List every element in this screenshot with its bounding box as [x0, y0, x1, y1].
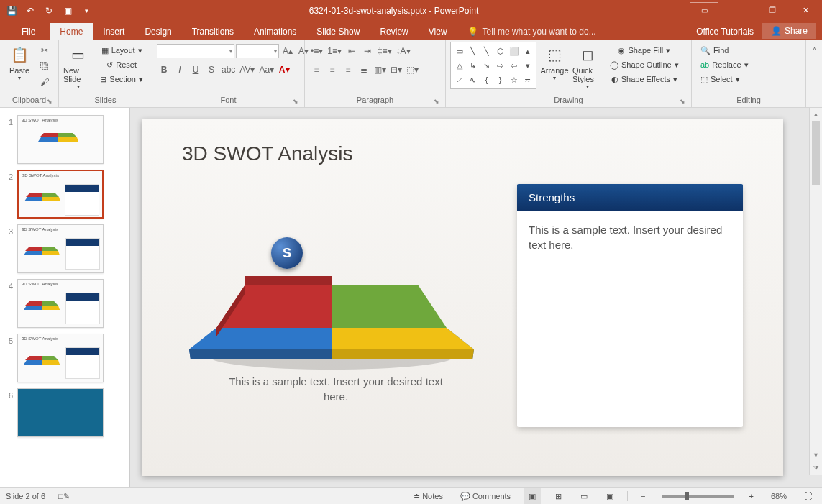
tab-review[interactable]: Review [370, 23, 418, 40]
fit-to-window-icon[interactable]: ⛶ [800, 488, 816, 504]
shape-icon[interactable]: ↘ [480, 58, 493, 73]
slide-canvas[interactable]: 3D SWOT Analysis [142, 119, 783, 476]
shape-icon[interactable]: ≂ [521, 73, 534, 87]
slide-thumbnail[interactable] [17, 388, 104, 437]
font-color-button[interactable]: A▾ [277, 63, 291, 77]
increase-font-button[interactable]: A▴ [280, 44, 295, 58]
collapse-ribbon-icon[interactable]: ˄ [807, 43, 821, 58]
font-launcher-icon[interactable]: ⬊ [291, 98, 300, 106]
shape-icon[interactable]: ⟋ [452, 73, 466, 87]
tab-animations[interactable]: Animations [244, 23, 306, 40]
next-slide-icon[interactable]: ⧩ [810, 462, 822, 475]
tab-transitions[interactable]: Transitions [182, 23, 244, 40]
shadow-button[interactable]: S [204, 63, 219, 77]
align-right-button[interactable]: ≡ [341, 63, 355, 77]
paste-button[interactable]: 📋 Paste ▾ [4, 42, 35, 81]
columns-button[interactable]: ▥▾ [373, 63, 388, 77]
tab-slideshow[interactable]: Slide Show [306, 23, 370, 40]
shape-icon[interactable]: △ [452, 58, 466, 73]
align-text-button[interactable]: ⊟▾ [389, 63, 403, 77]
strikethrough-button[interactable]: abc [220, 63, 237, 77]
quick-styles-button[interactable]: ◻ Quick Styles▾ [572, 42, 603, 90]
tab-view[interactable]: View [419, 23, 457, 40]
zoom-in-button[interactable]: + [745, 488, 758, 504]
strength-pin[interactable]: S [271, 237, 303, 269]
shape-icon[interactable]: ⬡ [493, 44, 507, 58]
clipboard-launcher-icon[interactable]: ⬊ [45, 98, 54, 106]
save-icon[interactable]: 💾 [3, 2, 20, 19]
scroll-up-icon[interactable]: ▲ [810, 108, 822, 121]
slide-thumbnail[interactable]: 3D SWOT Analysis [17, 170, 104, 219]
swot-platform[interactable] [188, 242, 475, 385]
slide-indicator[interactable]: Slide 2 of 6 [6, 492, 45, 500]
shape-icon[interactable]: ╲ [480, 44, 493, 58]
slide-title[interactable]: 3D SWOT Analysis [182, 142, 353, 165]
shape-icon[interactable]: ▾ [521, 58, 534, 73]
shape-effects-button[interactable]: ◐Shape Effects ▾ [606, 72, 683, 86]
zoom-out-button[interactable]: − [636, 488, 649, 504]
underline-button[interactable]: U [188, 63, 203, 77]
ribbon-display-options-icon[interactable]: ▭ [690, 2, 718, 19]
decrease-indent-button[interactable]: ⇤ [344, 44, 359, 58]
shape-icon[interactable]: ╲ [466, 44, 480, 58]
arrange-button[interactable]: ⬚ Arrange▾ [539, 42, 570, 81]
shape-icon[interactable]: ⇦ [507, 58, 521, 73]
panel-body[interactable]: This is a sample text. Insert your desir… [517, 211, 743, 264]
reset-button[interactable]: ↺Reset [96, 58, 147, 72]
tab-file[interactable]: File [14, 23, 50, 40]
minimize-button[interactable]: — [723, 0, 756, 21]
tab-design[interactable]: Design [134, 23, 181, 40]
format-painter-button[interactable]: 🖌 [37, 75, 52, 89]
shape-icon[interactable]: ↳ [466, 58, 480, 73]
tab-insert[interactable]: Insert [93, 23, 134, 40]
zoom-slider[interactable] [662, 495, 734, 498]
spacing-button[interactable]: AV▾ [238, 63, 256, 77]
bold-button[interactable]: B [157, 63, 171, 77]
layout-button[interactable]: ▦Layout ▾ [96, 43, 147, 58]
numbering-button[interactable]: 1≡▾ [326, 44, 343, 58]
cut-button[interactable]: ✂ [37, 43, 52, 58]
smartart-button[interactable]: ⬚▾ [405, 63, 420, 77]
copy-button[interactable]: ⿻ [37, 59, 52, 73]
redo-icon[interactable]: ↻ [40, 2, 58, 19]
align-left-button[interactable]: ≡ [309, 63, 324, 77]
shape-outline-button[interactable]: ◯Shape Outline ▾ [606, 58, 683, 72]
undo-icon[interactable]: ↶ [22, 2, 39, 19]
qat-customize-icon[interactable]: ▾ [78, 2, 95, 19]
scroll-thumb[interactable] [812, 121, 820, 185]
tell-me-search[interactable]: 💡 Tell me what you want to do... [457, 23, 606, 40]
change-case-button[interactable]: Aa▾ [257, 63, 275, 77]
slide-thumbnail[interactable]: 3D SWOT Analysis [17, 279, 104, 328]
shape-icon[interactable]: ☆ [507, 73, 521, 87]
slide-thumbnail[interactable]: 3D SWOT Analysis [17, 334, 104, 382]
sorter-view-icon[interactable]: ⊞ [549, 488, 567, 504]
replace-button[interactable]: abReplace ▾ [696, 58, 753, 72]
section-button[interactable]: ⊟Section ▾ [96, 72, 147, 86]
line-spacing-button[interactable]: ‡≡▾ [376, 44, 393, 58]
normal-view-icon[interactable]: ▣ [524, 488, 541, 504]
find-button[interactable]: 🔍Find [696, 43, 733, 58]
close-button[interactable]: ✕ [789, 0, 822, 21]
shape-icon[interactable]: ⇨ [493, 58, 507, 73]
shape-icon[interactable]: ▴ [521, 44, 534, 58]
justify-button[interactable]: ≣ [357, 63, 371, 77]
strengths-panel[interactable]: Strengths This is a sample text. Insert … [517, 184, 743, 427]
slide-caption[interactable]: This is a sample text. Insert your desir… [221, 374, 451, 404]
zoom-level[interactable]: 68% [767, 488, 791, 504]
spell-check-icon[interactable]: □✎ [54, 488, 74, 504]
slideshow-view-icon[interactable]: ▣ [601, 488, 618, 504]
comments-button[interactable]: 💬 Comments [456, 488, 515, 504]
font-size-combo[interactable] [236, 44, 279, 58]
slide-thumbnail[interactable]: 3D SWOT Analysis [17, 224, 104, 273]
align-center-button[interactable]: ≡ [325, 63, 339, 77]
shape-fill-button[interactable]: ◉Shape Fill ▾ [606, 43, 683, 58]
bullets-button[interactable]: •≡▾ [309, 44, 324, 58]
tab-home[interactable]: Home [50, 23, 93, 40]
select-button[interactable]: ⬚Select ▾ [696, 72, 744, 86]
paragraph-launcher-icon[interactable]: ⬊ [432, 98, 441, 106]
increase-indent-button[interactable]: ⇥ [360, 44, 375, 58]
share-button[interactable]: 👤 Share [762, 23, 816, 39]
font-family-combo[interactable] [157, 44, 234, 58]
office-tutorials-link[interactable]: Office Tutorials [688, 23, 762, 40]
shape-icon[interactable]: ⬜ [507, 44, 521, 58]
